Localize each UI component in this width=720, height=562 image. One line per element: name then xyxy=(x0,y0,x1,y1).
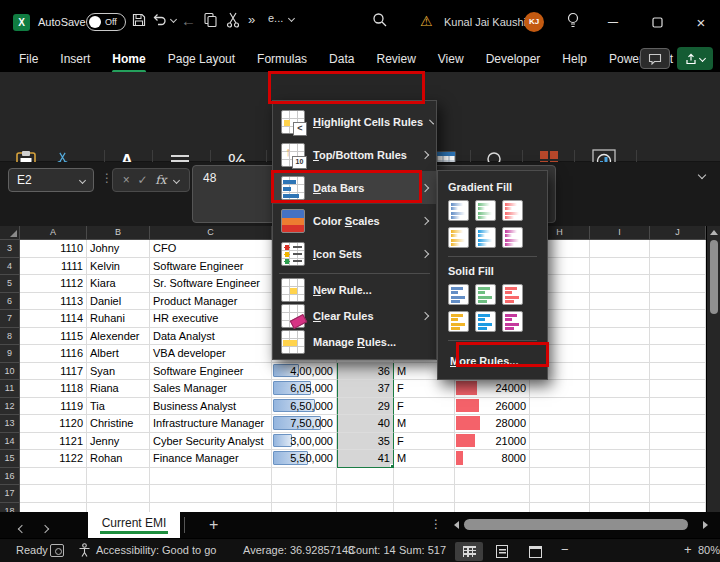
cell-J5[interactable] xyxy=(650,275,706,293)
cell-I8[interactable] xyxy=(590,328,650,346)
cell-B7[interactable]: Ruhani xyxy=(87,310,150,328)
column-header-c[interactable]: C xyxy=(150,226,272,240)
column-header-i[interactable]: I xyxy=(590,226,650,240)
cell-E15[interactable]: 41 xyxy=(337,450,394,468)
zoom-in-button[interactable]: + xyxy=(684,542,692,557)
cell-B16[interactable] xyxy=(87,468,150,486)
cell-H16[interactable] xyxy=(530,468,590,486)
gradient-green-databar-swatch[interactable] xyxy=(475,200,496,221)
more-rules-menu-item[interactable]: More Rules... xyxy=(448,349,537,369)
redo-button-disabled[interactable]: ← xyxy=(181,12,196,29)
gradient-red-databar-swatch[interactable] xyxy=(502,200,523,221)
cell-C6[interactable]: Product Manager xyxy=(150,293,272,311)
cell-I17[interactable] xyxy=(590,485,650,503)
gradient-blue-databar-swatch[interactable] xyxy=(448,200,469,221)
horizontal-scrollbar-thumb[interactable] xyxy=(464,519,688,530)
cell-E14[interactable]: 35 xyxy=(337,433,394,451)
cell-B13[interactable]: Christine xyxy=(87,415,150,433)
cell-G16[interactable] xyxy=(455,468,530,486)
cell-A16[interactable] xyxy=(20,468,87,486)
solid-green-databar-swatch[interactable] xyxy=(475,284,496,305)
comments-button[interactable] xyxy=(640,48,670,69)
accessibility-icon[interactable] xyxy=(78,543,91,559)
cell-I13[interactable] xyxy=(590,415,650,433)
cell-J10[interactable] xyxy=(650,363,706,381)
cell-J8[interactable] xyxy=(650,328,706,346)
minimize-button[interactable]: ─ xyxy=(598,10,628,34)
row-header-7[interactable]: 7 xyxy=(0,310,20,328)
cell-C9[interactable]: VBA developer xyxy=(150,345,272,363)
vertical-scrollbar-thumb[interactable] xyxy=(710,240,718,314)
menu-item-highlight-cells-rules[interactable]: Highlight Cells Rules xyxy=(273,105,436,138)
cell-A4[interactable]: 1111 xyxy=(20,258,87,276)
cell-C13[interactable]: Infrastructure Manager xyxy=(150,415,272,433)
cell-E13[interactable]: 40 xyxy=(337,415,394,433)
cell-J7[interactable] xyxy=(650,310,706,328)
add-sheet-button[interactable]: + xyxy=(209,516,218,534)
document-title-button[interactable]: e... xyxy=(268,12,294,24)
cell-H12[interactable] xyxy=(530,398,590,416)
sheet-tab-current-emi[interactable]: Current EMI xyxy=(88,512,180,538)
cell-B8[interactable]: Alexender xyxy=(87,328,150,346)
page-break-view-button[interactable] xyxy=(521,542,549,561)
cell-J15[interactable] xyxy=(650,450,706,468)
cell-B15[interactable]: Rohan xyxy=(87,450,150,468)
menu-item-icon-sets[interactable]: Icon Sets xyxy=(273,237,436,270)
close-button[interactable]: × xyxy=(686,10,716,34)
gradient-light-blue-databar-swatch[interactable] xyxy=(475,227,496,248)
row-header-6[interactable]: 6 xyxy=(0,293,20,311)
cell-A17[interactable] xyxy=(20,485,87,503)
cell-D18[interactable] xyxy=(272,503,337,513)
row-header-4[interactable]: 4 xyxy=(0,258,20,276)
next-sheet-button[interactable] xyxy=(40,518,54,532)
copy-button[interactable] xyxy=(203,12,218,28)
cell-C11[interactable]: Sales Manager xyxy=(150,380,272,398)
name-box[interactable]: E2 xyxy=(8,168,94,192)
cell-G18[interactable] xyxy=(455,503,530,513)
row-header-17[interactable]: 17 xyxy=(0,485,20,503)
tips-button[interactable] xyxy=(566,12,580,29)
cell-C10[interactable]: Software Engineer xyxy=(150,363,272,381)
row-header-5[interactable]: 5 xyxy=(0,275,20,293)
row-header-18[interactable]: 18 xyxy=(0,503,20,513)
cell-F18[interactable] xyxy=(394,503,455,513)
column-header-a[interactable]: A xyxy=(20,226,87,240)
solid-purple-databar-swatch[interactable] xyxy=(502,311,523,332)
maximize-button[interactable] xyxy=(642,10,672,34)
cell-A5[interactable]: 1112 xyxy=(20,275,87,293)
autosave-toggle[interactable]: Off xyxy=(86,13,126,31)
cell-I15[interactable] xyxy=(590,450,650,468)
cell-B14[interactable]: Jenny xyxy=(87,433,150,451)
cell-H15[interactable] xyxy=(530,450,590,468)
cell-G11[interactable]: 24000 xyxy=(455,380,530,398)
cell-D13[interactable]: 7,50,000 xyxy=(272,415,337,433)
cell-J13[interactable] xyxy=(650,415,706,433)
cell-A9[interactable]: 1116 xyxy=(20,345,87,363)
cell-B9[interactable]: Albert xyxy=(87,345,150,363)
cell-D17[interactable] xyxy=(272,485,337,503)
menu-tab-insert[interactable]: Insert xyxy=(49,47,101,71)
cell-D15[interactable]: 5,50,000 xyxy=(272,450,337,468)
gradient-purple-databar-swatch[interactable] xyxy=(502,227,523,248)
cell-I12[interactable] xyxy=(590,398,650,416)
user-avatar[interactable]: KJ xyxy=(524,12,544,32)
cell-C4[interactable]: Software Engineer xyxy=(150,258,272,276)
cell-A7[interactable]: 1114 xyxy=(20,310,87,328)
cell-C5[interactable]: Sr. Software Engineer xyxy=(150,275,272,293)
row-header-13[interactable]: 13 xyxy=(0,415,20,433)
row-header-12[interactable]: 12 xyxy=(0,398,20,416)
cell-A13[interactable]: 1120 xyxy=(20,415,87,433)
cell-I4[interactable] xyxy=(590,258,650,276)
cell-H14[interactable] xyxy=(530,433,590,451)
solid-blue-databar-swatch[interactable] xyxy=(448,284,469,305)
solid-red-databar-swatch[interactable] xyxy=(502,284,523,305)
cell-I16[interactable] xyxy=(590,468,650,486)
cell-F12[interactable]: F xyxy=(394,398,455,416)
menu-tab-view[interactable]: View xyxy=(427,47,475,71)
search-button[interactable] xyxy=(372,12,388,28)
menu-tab-data[interactable]: Data xyxy=(318,47,365,71)
scroll-right-icon[interactable] xyxy=(703,521,708,529)
cell-H17[interactable] xyxy=(530,485,590,503)
cell-F13[interactable]: M xyxy=(394,415,455,433)
cell-G15[interactable]: 8000 xyxy=(455,450,530,468)
